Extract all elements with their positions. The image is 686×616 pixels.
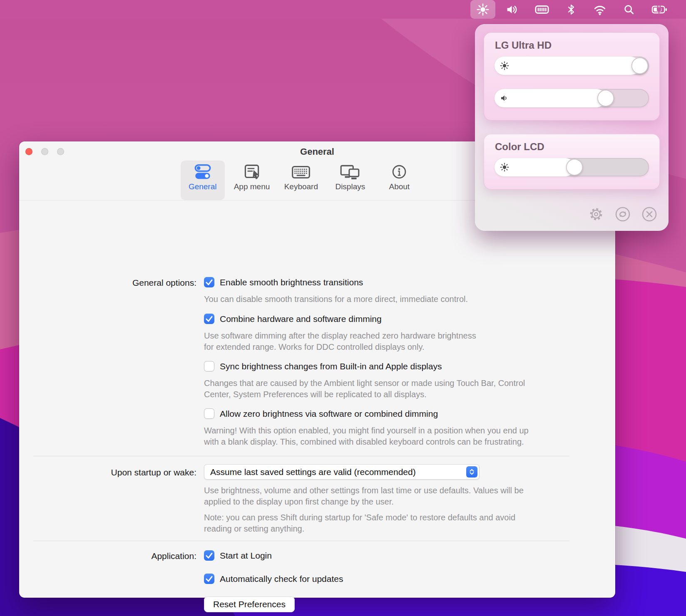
reset-preferences-button[interactable]: Reset Preferences [204,596,295,612]
close-icon [641,206,658,223]
close-popover-button[interactable] [641,206,658,223]
tab-general[interactable]: General [181,161,225,200]
checkbox-label[interactable]: Automatically check for updates [220,574,343,584]
popover-actions [588,206,658,223]
info-icon [390,163,409,181]
displays-icon [339,163,361,181]
sun-icon [500,61,509,70]
general-options-label: General options: [19,278,196,288]
slider-fill [495,89,606,107]
menu-bar [0,0,686,19]
slider-knob[interactable] [597,90,614,106]
checkbox-zero-brightness[interactable] [204,408,214,419]
checkbox-label[interactable]: Start at Login [220,551,272,561]
check-icon [204,574,214,584]
search-menu-icon[interactable] [617,0,641,19]
tab-about[interactable]: About [377,161,421,200]
checkbox-label[interactable]: Enable smooth brightness transitions [220,277,363,287]
option-sync-brightness: Sync brightness changes from Built-in an… [204,361,442,371]
checkbox-label[interactable]: Sync brightness changes from Built-in an… [220,361,442,371]
settings-gear-button[interactable] [588,206,604,223]
checkbox-combine-dimming[interactable] [204,314,214,324]
display-name: Color LCD [495,141,544,153]
battery-charging-icon [651,2,669,17]
checkbox-sync-brightness[interactable] [204,361,214,371]
battery-menu-icon[interactable] [645,0,674,19]
gear-icon [588,206,604,223]
section-divider [33,541,569,541]
option-auto-updates: Automatically check for updates [204,574,343,584]
section-divider [33,456,569,456]
checkbox-auto-updates[interactable] [204,574,214,584]
option-description: You can disable smooth transitions for a… [204,294,468,305]
displays-popover: LG Ultra HD [475,24,669,231]
checkbox-start-at-login[interactable] [204,550,214,561]
tab-label: General [189,182,217,191]
tab-label: Displays [335,182,365,191]
magnifier-icon [622,2,636,17]
keyboard-backlight-menu-icon[interactable] [529,0,555,19]
restart-button[interactable] [614,206,631,223]
option-zero-brightness: Allow zero brightness via software or co… [204,408,438,419]
speaker-icon [505,2,519,17]
tab-displays[interactable]: Displays [328,161,372,200]
app-menu-icon [241,163,262,181]
sun-icon [500,163,509,172]
keyboard-icon [291,163,311,181]
bluetooth-icon [565,2,577,17]
tab-keyboard[interactable]: Keyboard [279,161,323,200]
volume-slider-lg[interactable] [495,89,649,107]
startup-description: Use brightness, volume and other setting… [204,485,524,507]
tab-label: Keyboard [284,182,318,191]
check-icon [204,314,214,324]
window-content: General options: Enable smooth brightnes… [19,200,615,598]
refresh-icon [614,206,631,223]
option-combine-dimming: Combine hardware and software dimming [204,314,382,324]
display-card-lg-ultra-hd: LG Ultra HD [484,32,660,121]
wifi-icon [592,2,607,17]
backlight-gauge-icon [534,2,550,17]
bluetooth-menu-icon[interactable] [559,0,583,19]
option-description: Use software dimming after the display r… [204,330,476,352]
slider-fill [495,57,640,75]
tab-label: App menu [234,182,270,191]
desktop: { "colors": { "accent_blue": "#2f70f1", … [0,0,686,616]
wifi-menu-icon[interactable] [587,0,613,19]
option-description: Changes that are caused by the Ambient l… [204,378,525,400]
dropdown-value: Assume last saved settings are valid (re… [204,467,416,477]
sun-icon [476,2,490,17]
speaker-icon [500,94,509,103]
brightness-slider-lg[interactable] [495,57,649,75]
option-smooth-transitions: Enable smooth brightness transitions [204,277,363,287]
display-name: LG Ultra HD [495,40,552,51]
brightness-slider-lcd[interactable] [495,158,649,176]
checkbox-label[interactable]: Allow zero brightness via software or co… [220,409,438,419]
volume-menu-icon[interactable] [500,0,524,19]
startup-mode-dropdown[interactable]: Assume last saved settings are valid (re… [204,464,480,480]
slider-knob[interactable] [566,159,583,176]
option-start-at-login: Start at Login [204,550,272,561]
option-description: Warning! With this option enabled, you m… [204,425,529,447]
startup-note: Note: you can press Shift during startup… [204,512,515,534]
tab-app-menu[interactable]: App menu [230,161,274,200]
application-label: Application: [19,551,196,561]
checkbox-label[interactable]: Combine hardware and software dimming [220,314,382,324]
startup-label: Upon startup or wake: [19,468,196,477]
slider-knob[interactable] [631,57,648,74]
check-icon [204,277,214,287]
chevron-up-down-icon [466,466,477,477]
tab-label: About [389,182,410,191]
toggles-icon [192,163,213,181]
check-icon [204,550,214,561]
checkbox-smooth-transitions[interactable] [204,277,214,287]
display-card-color-lcd: Color LCD [484,134,660,190]
brightness-menu-icon[interactable] [470,0,495,19]
